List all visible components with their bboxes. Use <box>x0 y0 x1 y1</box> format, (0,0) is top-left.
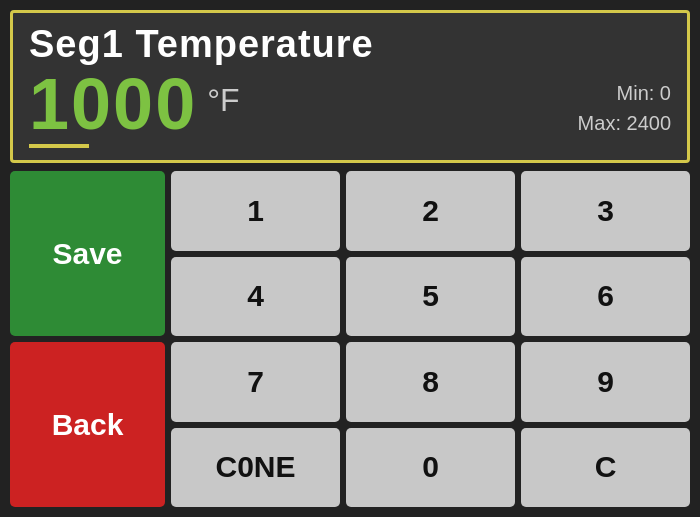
back-button[interactable]: Back <box>10 342 165 507</box>
key-0[interactable]: 0 <box>346 428 515 508</box>
num-row-2: 4 5 6 <box>171 257 690 337</box>
keypad-top-half: Save 1 2 3 4 5 6 <box>10 171 690 336</box>
display-min: Min: 0 <box>578 78 671 108</box>
keypad-bottom-half: Back 7 8 9 C0NE 0 C <box>10 342 690 507</box>
num-row-1: 1 2 3 <box>171 171 690 251</box>
action-col-top: Save <box>10 171 165 336</box>
key-c[interactable]: C <box>521 428 690 508</box>
action-col-bottom: Back <box>10 342 165 507</box>
display-underline <box>29 144 89 148</box>
key-4[interactable]: 4 <box>171 257 340 337</box>
save-button[interactable]: Save <box>10 171 165 336</box>
num-grid-top: 1 2 3 4 5 6 <box>171 171 690 336</box>
key-3[interactable]: 3 <box>521 171 690 251</box>
num-row-3: 7 8 9 <box>171 342 690 422</box>
key-5[interactable]: 5 <box>346 257 515 337</box>
key-8[interactable]: 8 <box>346 342 515 422</box>
display-unit: °F <box>207 82 239 119</box>
key-7[interactable]: 7 <box>171 342 340 422</box>
display-value: 1000 <box>29 68 197 140</box>
key-cone[interactable]: C0NE <box>171 428 340 508</box>
display-panel: Seg1 Temperature 1000 °F Min: 0 Max: 240… <box>10 10 690 163</box>
num-row-4: C0NE 0 C <box>171 428 690 508</box>
num-grid-bottom: 7 8 9 C0NE 0 C <box>171 342 690 507</box>
key-6[interactable]: 6 <box>521 257 690 337</box>
key-1[interactable]: 1 <box>171 171 340 251</box>
display-title: Seg1 Temperature <box>29 23 671 66</box>
display-limits: Min: 0 Max: 2400 <box>578 78 671 138</box>
key-2[interactable]: 2 <box>346 171 515 251</box>
display-max: Max: 2400 <box>578 108 671 138</box>
keypad-area: Save 1 2 3 4 5 6 Back 7 8 9 <box>0 171 700 517</box>
key-9[interactable]: 9 <box>521 342 690 422</box>
